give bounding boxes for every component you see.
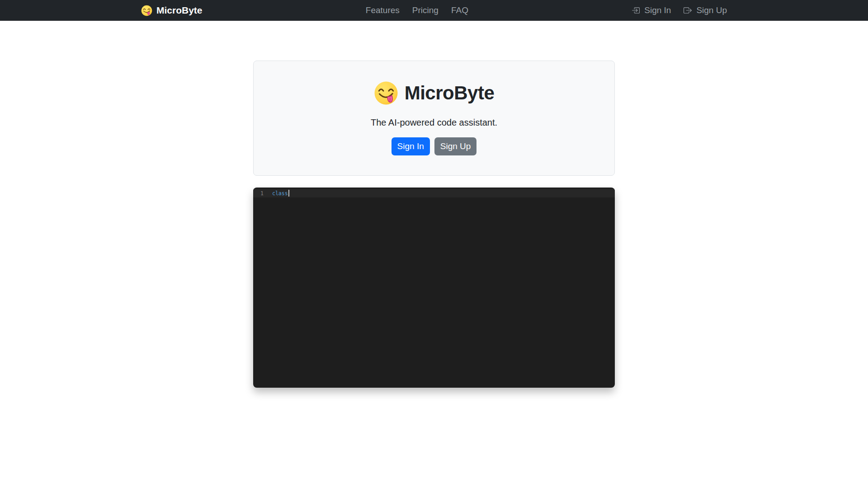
nav-links: Features Pricing FAQ [359, 5, 475, 15]
editor-current-line: 1 class [253, 189, 615, 197]
nav-link-pricing[interactable]: Pricing [406, 5, 445, 15]
sign-in-icon [632, 6, 640, 14]
hero-card: MicroByte The AI-powered code assistant.… [253, 61, 615, 176]
page-title: MicroByte [405, 82, 495, 104]
top-navbar: MicroByte Features Pricing FAQ Sign In S… [0, 0, 868, 21]
tongue-out-emoji-icon [374, 81, 398, 105]
nav-auth-links: Sign In Sign Up [632, 5, 727, 15]
hero-tagline: The AI-powered code assistant. [263, 117, 605, 128]
tongue-out-emoji-icon [141, 5, 152, 16]
nav-sign-in-label: Sign In [644, 5, 671, 15]
brand-logo[interactable]: MicroByte [141, 5, 203, 16]
page: MicroByte Features Pricing FAQ Sign In S… [0, 0, 868, 388]
line-number: 1 [253, 190, 264, 197]
sign-up-icon [684, 6, 692, 14]
nav-sign-in-link[interactable]: Sign In [632, 5, 671, 15]
editor-cursor [288, 190, 289, 197]
nav-sign-up-label: Sign Up [696, 5, 727, 15]
code-editor[interactable]: 1 class [253, 188, 615, 388]
hero-title-row: MicroByte [263, 81, 605, 105]
navbar-container: MicroByte Features Pricing FAQ Sign In S… [141, 0, 727, 21]
sign-up-button[interactable]: Sign Up [434, 137, 477, 155]
sign-in-button[interactable]: Sign In [392, 137, 430, 155]
nav-link-faq[interactable]: FAQ [445, 5, 475, 15]
code-keyword: class [272, 190, 288, 197]
nav-sign-up-link[interactable]: Sign Up [684, 5, 727, 15]
brand-name: MicroByte [156, 5, 203, 16]
nav-link-features[interactable]: Features [359, 5, 406, 15]
hero-buttons: Sign In Sign Up [263, 137, 605, 155]
